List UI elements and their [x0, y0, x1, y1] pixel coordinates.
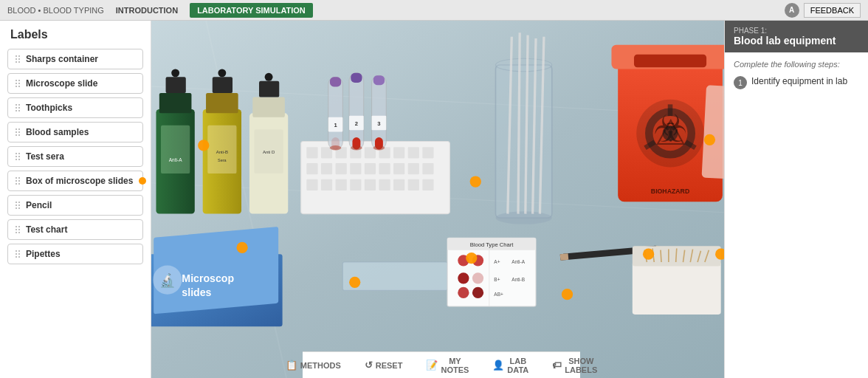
label-blood-samples[interactable]: Blood samples [7, 122, 143, 142]
methods-button[interactable]: 📋 METHODS [281, 357, 345, 374]
drag-handle [16, 177, 20, 185]
label-sharps-container[interactable]: Sharps container [7, 49, 143, 69]
show-labels-button[interactable]: 🏷 SHOW LABELS [548, 354, 602, 377]
sidebar-title: Labels [7, 28, 143, 41]
label-test-sera[interactable]: Test sera [7, 146, 143, 167]
my-notes-button[interactable]: 📝 MY NOTES [421, 354, 473, 377]
step-number: 1 [734, 76, 747, 89]
reset-icon: ↺ [365, 360, 373, 371]
label-text: Sharps container [26, 54, 98, 64]
svg-point-103 [466, 252, 477, 264]
reset-button[interactable]: ↺ RESET [360, 357, 407, 374]
svg-text:AB+: AB+ [494, 292, 503, 297]
breadcrumb: BLOOD • BLOOD TYPING [7, 6, 104, 15]
svg-text:Blood Type Chart: Blood Type Chart [470, 241, 514, 248]
svg-point-128 [663, 126, 678, 141]
methods-icon: 📋 [286, 360, 297, 371]
svg-text:1: 1 [334, 122, 337, 128]
svg-rect-31 [393, 147, 404, 158]
simulation-area[interactable]: Anti-A Anti-B Sera Anti D [151, 21, 724, 378]
svg-point-20 [265, 73, 273, 81]
svg-text:Microscop: Microscop [182, 272, 234, 284]
svg-rect-37 [350, 163, 361, 174]
svg-rect-6 [166, 77, 186, 93]
svg-text:BIOHAZARD: BIOHAZARD [651, 188, 689, 195]
top-nav: BLOOD • BLOOD TYPING INTRODUCTION LABORA… [0, 0, 868, 21]
svg-rect-35 [321, 163, 332, 174]
svg-rect-39 [379, 163, 390, 174]
label-toothpicks[interactable]: Toothpicks [7, 97, 143, 118]
svg-point-95 [458, 287, 469, 298]
step-text: Identify equipment in lab [751, 76, 847, 86]
svg-point-87 [349, 277, 360, 288]
feedback-button[interactable]: FEEDBACK [804, 3, 861, 18]
svg-rect-11 [206, 93, 238, 113]
svg-text:A+: A+ [494, 259, 500, 264]
svg-text:Sera: Sera [218, 158, 227, 162]
svg-rect-53 [330, 77, 341, 86]
drag-handle [16, 104, 20, 111]
svg-text:Anti-B: Anti-B [216, 150, 228, 154]
orange-indicator [139, 177, 146, 185]
label-microscope-slide[interactable]: Microscope slide [7, 73, 143, 94]
label-pipettes[interactable]: Pipettes [7, 244, 143, 264]
label-pencil[interactable]: Pencil [7, 195, 143, 216]
svg-rect-49 [393, 179, 404, 190]
sidebar: Labels Sharps container Microscope slide [0, 21, 151, 378]
drag-handle [16, 153, 20, 160]
nav-right: A FEEDBACK [785, 3, 861, 18]
svg-point-85 [236, 242, 247, 253]
drag-handle [16, 128, 20, 136]
svg-rect-25 [306, 147, 317, 158]
complete-steps-label: Complete the following steps: [734, 60, 859, 69]
svg-rect-51 [422, 179, 433, 190]
label-text: Test sera [26, 151, 64, 162]
svg-rect-38 [365, 163, 376, 174]
label-text: Toothpicks [26, 103, 72, 113]
svg-rect-59 [351, 73, 362, 83]
label-box-microscope-slides[interactable]: Box of microscope slides [7, 171, 143, 191]
phase-title: Blood lab equipment [734, 35, 859, 47]
svg-rect-44 [321, 179, 332, 190]
svg-point-13 [218, 69, 226, 77]
svg-text:Anti-A: Anti-A [512, 259, 525, 264]
svg-rect-48 [379, 179, 390, 190]
svg-point-23 [198, 140, 209, 151]
svg-text:3: 3 [377, 120, 380, 127]
svg-rect-34 [306, 163, 317, 174]
svg-rect-109 [633, 262, 721, 315]
drag-handle [16, 55, 20, 63]
svg-rect-42 [422, 163, 433, 174]
drag-handle [16, 226, 20, 233]
svg-line-115 [676, 248, 677, 262]
tab-introduction[interactable]: INTRODUCTION [108, 3, 185, 18]
svg-point-61 [351, 145, 362, 151]
svg-rect-43 [306, 179, 317, 190]
tab-lab-simulation[interactable]: LABORATORY SIMULATION [190, 3, 313, 18]
bottom-toolbar: 📋 METHODS ↺ RESET 📝 MY NOTES 👤 LAB DATA … [303, 351, 580, 378]
svg-point-120 [643, 248, 654, 259]
svg-point-78 [470, 176, 481, 187]
right-panel: PHASE 1: Blood lab equipment Complete th… [724, 21, 868, 378]
phase-header: PHASE 1: Blood lab equipment [725, 21, 868, 52]
svg-point-93 [458, 272, 469, 284]
phase-label: PHASE 1: [734, 27, 859, 35]
label-test-chart[interactable]: Test chart [7, 219, 143, 240]
svg-rect-45 [336, 179, 347, 190]
svg-text:2: 2 [355, 120, 358, 127]
svg-rect-12 [213, 77, 232, 93]
svg-rect-5 [159, 93, 192, 113]
svg-text:Anti-A: Anti-A [169, 157, 182, 162]
lab-data-button[interactable]: 👤 LAB DATA [488, 354, 533, 377]
svg-point-7 [171, 69, 179, 77]
svg-rect-33 [422, 147, 433, 158]
svg-line-113 [661, 250, 661, 262]
svg-rect-123 [634, 55, 706, 67]
svg-point-67 [373, 145, 385, 151]
svg-rect-46 [350, 179, 361, 190]
drag-handle [16, 80, 20, 87]
label-text: Pipettes [26, 249, 61, 259]
svg-rect-40 [393, 163, 404, 174]
svg-text:slides: slides [182, 286, 211, 298]
phase-content: Complete the following steps: 1 Identify… [725, 52, 868, 97]
